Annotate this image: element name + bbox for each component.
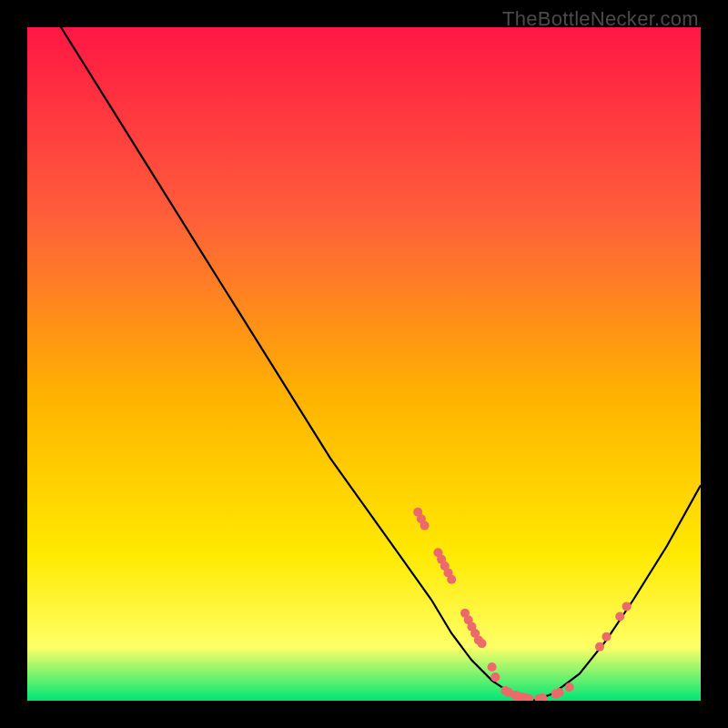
marker-dot bbox=[602, 632, 611, 642]
marker-dot bbox=[478, 639, 487, 648]
marker-dot bbox=[615, 612, 624, 622]
marker-dot bbox=[595, 642, 604, 652]
gradient-background bbox=[27, 27, 701, 701]
marker-dot bbox=[420, 521, 430, 531]
chart-svg bbox=[27, 27, 701, 701]
marker-dot bbox=[565, 682, 574, 692]
marker-dot bbox=[447, 575, 456, 584]
chart-frame bbox=[27, 27, 701, 701]
marker-dot bbox=[555, 688, 564, 697]
marker-dot bbox=[490, 672, 500, 682]
marker-dot bbox=[622, 602, 632, 611]
marker-dot bbox=[488, 662, 497, 672]
